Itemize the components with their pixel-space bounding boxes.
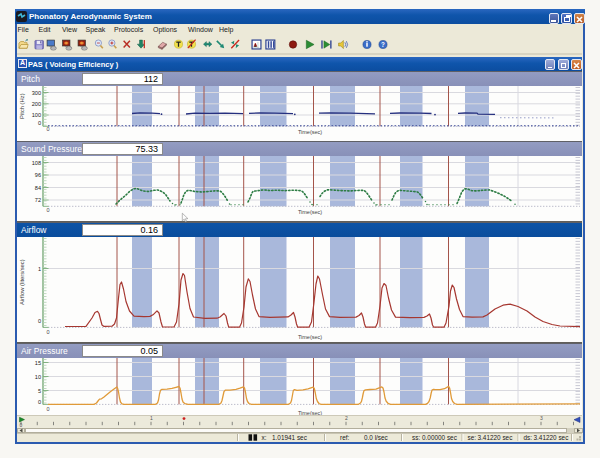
svg-text:0: 0 [46, 329, 49, 335]
svg-text:0: 0 [38, 120, 41, 126]
svg-text:x:: x: [262, 434, 267, 441]
svg-text:15: 15 [35, 360, 41, 366]
svg-text:108: 108 [32, 160, 41, 166]
svg-text:?: ? [381, 41, 385, 48]
svg-text:84: 84 [35, 185, 41, 191]
svg-text:1: 1 [38, 266, 41, 272]
svg-text:0: 0 [46, 406, 49, 412]
svg-text:ss:: ss: [412, 434, 420, 441]
svg-text:Time(sec): Time(sec) [298, 334, 322, 340]
svg-text:0: 0 [46, 207, 49, 213]
svg-text:0.0 l/sec: 0.0 l/sec [364, 434, 389, 441]
svg-text:100: 100 [32, 112, 41, 118]
svg-text:72: 72 [35, 197, 41, 203]
svg-text:Pitch (Hz): Pitch (Hz) [19, 93, 25, 119]
svg-text:200: 200 [32, 101, 41, 107]
svg-text:3: 3 [540, 415, 543, 421]
svg-text:5: 5 [38, 388, 41, 394]
svg-text:2: 2 [345, 415, 348, 421]
svg-text:0: 0 [38, 318, 41, 324]
svg-text:ref:: ref: [340, 434, 349, 441]
svg-text:0: 0 [46, 126, 49, 132]
svg-text:3.41220 sec: 3.41220 sec [478, 434, 514, 441]
svg-text:96: 96 [35, 172, 41, 178]
svg-text:se:: se: [468, 434, 477, 441]
svg-text:ds:: ds: [524, 434, 533, 441]
svg-text:10: 10 [35, 374, 41, 380]
svg-text:Time(sec): Time(sec) [298, 129, 322, 135]
svg-text:0.00000 sec: 0.00000 sec [422, 434, 458, 441]
svg-text:1: 1 [150, 415, 153, 421]
svg-text:0: 0 [38, 399, 41, 405]
svg-text:1.01941 sec: 1.01941 sec [272, 434, 308, 441]
svg-text:Time(sec): Time(sec) [298, 209, 322, 215]
svg-text:Airflow (liters/sec): Airflow (liters/sec) [19, 259, 25, 305]
svg-text:3.41220 sec: 3.41220 sec [534, 434, 570, 441]
svg-text:300: 300 [32, 90, 41, 96]
